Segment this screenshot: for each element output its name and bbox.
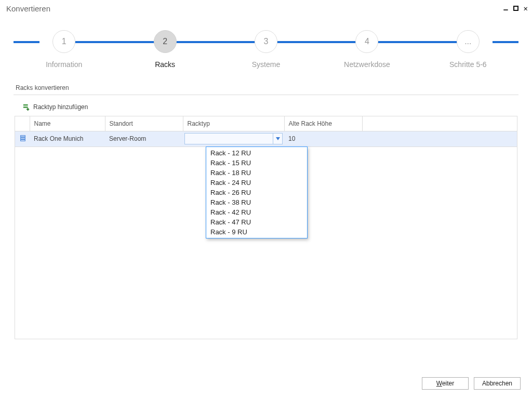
svg-rect-1 <box>23 107 28 108</box>
racktyp-input[interactable] <box>185 134 273 144</box>
col-header-alte-hoehe[interactable]: Alte Rack Höhe <box>284 116 362 131</box>
step-connector-1-2 <box>74 41 159 43</box>
window-title: Konvertieren <box>6 4 50 13</box>
col-header-icon[interactable] <box>15 116 30 131</box>
cell-alte-hoehe: 10 <box>284 131 362 147</box>
dropdown-option[interactable]: Rack - 12 RU <box>206 148 307 158</box>
step-connector-3-4 <box>276 41 359 43</box>
col-header-name[interactable]: Name <box>30 116 105 131</box>
add-rack-icon <box>23 103 30 111</box>
svg-rect-0 <box>23 104 28 106</box>
svg-rect-5 <box>21 137 25 139</box>
svg-rect-3 <box>26 109 29 110</box>
svg-rect-4 <box>21 135 25 137</box>
racktyp-combo[interactable] <box>184 133 283 144</box>
step-connector-2-3 <box>175 41 258 43</box>
step-connector-4-5 <box>377 41 460 43</box>
dropdown-option[interactable]: Rack - 24 RU <box>206 178 307 188</box>
window-controls: — ✕ <box>503 4 528 12</box>
racktyp-dropdown-list[interactable]: Rack - 12 RU Rack - 15 RU Rack - 18 RU R… <box>206 147 308 238</box>
step-2-label: Racks <box>114 60 215 69</box>
step-connector-edge-left <box>14 41 39 43</box>
row-icon-cell <box>15 131 30 147</box>
titlebar: Konvertieren — ✕ <box>0 0 532 17</box>
step-3[interactable]: 3 Systeme <box>216 30 316 69</box>
dropdown-option[interactable]: Rack - 38 RU <box>206 197 307 207</box>
step-4[interactable]: 4 Netzwerkdose <box>316 30 417 69</box>
cell-name: Rack One Munich <box>30 131 105 147</box>
step-1[interactable]: 1 Information <box>14 30 114 69</box>
dropdown-option[interactable]: Rack - 47 RU <box>206 217 307 227</box>
dropdown-option[interactable]: Rack - 26 RU <box>206 188 307 197</box>
step-more-label: Schritte 5-6 <box>418 60 518 69</box>
close-icon[interactable]: ✕ <box>524 4 528 12</box>
cell-spacer <box>362 131 517 147</box>
col-header-spacer <box>362 116 517 131</box>
dropdown-option[interactable]: Rack - 9 RU <box>206 227 307 237</box>
footer-buttons: Weiter Abbrechen <box>422 377 521 390</box>
add-rack-label: Racktyp hinzufügen <box>33 103 88 111</box>
step-3-label: Systeme <box>216 60 316 69</box>
step-2[interactable]: 2 Racks <box>114 30 215 69</box>
section-title: Racks konvertieren <box>16 84 516 91</box>
col-header-standort[interactable]: Standort <box>105 116 183 131</box>
step-1-label: Information <box>14 60 114 69</box>
minimize-icon[interactable]: — <box>503 5 508 14</box>
step-4-circle: 4 <box>355 30 378 53</box>
maximize-icon[interactable] <box>513 4 518 12</box>
table-header-row: Name Standort Racktyp Alte Rack Höhe <box>15 116 517 131</box>
next-button[interactable]: Weiter <box>422 377 469 390</box>
cancel-button[interactable]: Abbrechen <box>474 377 521 390</box>
rack-table: Name Standort Racktyp Alte Rack Höhe Rac… <box>15 116 517 339</box>
step-4-label: Netzwerkdose <box>316 60 417 69</box>
cell-standort: Server-Room <box>105 131 183 147</box>
table-row[interactable]: Rack One Munich Server-Room 10 <box>15 131 517 147</box>
section-divider <box>14 95 518 95</box>
col-header-racktyp[interactable]: Racktyp <box>183 116 284 131</box>
cell-racktyp[interactable] <box>183 131 284 147</box>
dropdown-option[interactable]: Rack - 15 RU <box>206 158 307 168</box>
wizard-body: 1 Information 2 Racks 3 Systeme 4 Netzwe… <box>0 17 532 343</box>
dropdown-option[interactable]: Rack - 42 RU <box>206 207 307 217</box>
wizard-steps: 1 Information 2 Racks 3 Systeme 4 Netzwe… <box>14 30 518 69</box>
step-1-circle: 1 <box>52 30 75 53</box>
step-3-circle: 3 <box>255 30 277 53</box>
svg-rect-6 <box>21 139 25 141</box>
step-connector-edge-right <box>493 41 518 43</box>
rack-icon <box>19 135 26 142</box>
combo-dropdown-button[interactable] <box>273 134 282 144</box>
add-racktype-link[interactable]: Racktyp hinzufügen <box>23 103 516 111</box>
step-more[interactable]: ... Schritte 5-6 <box>418 30 518 69</box>
step-more-circle: ... <box>457 30 480 53</box>
step-2-circle: 2 <box>154 30 177 53</box>
dropdown-option[interactable]: Rack - 18 RU <box>206 168 307 178</box>
chevron-down-icon <box>276 137 280 140</box>
